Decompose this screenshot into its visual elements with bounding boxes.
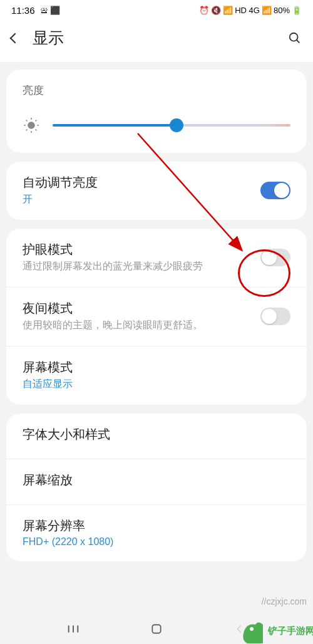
screen-mode-title: 屏幕模式 bbox=[23, 359, 290, 376]
eye-care-sub: 通过限制屏幕发出的蓝光量来减少眼疲劳 bbox=[23, 260, 260, 273]
status-mute-icon: 🔇 bbox=[211, 6, 221, 15]
svg-point-2 bbox=[28, 122, 35, 129]
auto-brightness-title: 自动调节亮度 bbox=[23, 174, 260, 191]
back-button[interactable] bbox=[11, 34, 19, 42]
auto-brightness-value: 开 bbox=[23, 193, 260, 206]
auto-brightness-toggle[interactable] bbox=[260, 182, 290, 199]
search-button[interactable] bbox=[288, 31, 302, 45]
nav-recent[interactable] bbox=[65, 621, 81, 637]
svg-line-8 bbox=[36, 130, 37, 131]
page-title: 显示 bbox=[33, 28, 64, 48]
eye-care-title: 护眼模式 bbox=[23, 241, 260, 258]
recent-apps-icon bbox=[66, 622, 80, 636]
night-mode-row[interactable]: 夜间模式 使用较暗的主题，晚上阅读眼睛更舒适。 bbox=[6, 287, 307, 346]
auto-brightness-row[interactable]: 自动调节亮度 开 bbox=[6, 162, 307, 220]
svg-line-1 bbox=[297, 39, 300, 43]
screen-mode-row[interactable]: 屏幕模式 自适应显示 bbox=[6, 346, 307, 405]
svg-line-7 bbox=[26, 120, 28, 122]
search-icon bbox=[288, 31, 302, 45]
status-alarm-icon: ⏰ bbox=[199, 6, 209, 15]
status-wifi-icon: 📶 bbox=[223, 6, 233, 15]
svg-line-9 bbox=[26, 130, 28, 131]
header: 显示 bbox=[0, 20, 313, 62]
status-signal-icon: 📶 bbox=[262, 6, 272, 15]
status-battery: 80% bbox=[274, 6, 290, 15]
home-icon bbox=[150, 623, 163, 635]
brightness-heading: 亮度 bbox=[6, 70, 307, 105]
eye-care-toggle[interactable] bbox=[260, 249, 290, 266]
nav-home[interactable] bbox=[148, 621, 165, 637]
status-bar: 11:36 🛎 ⬛ ⏰ 🔇 📶 HD 4G 📶 80% 🔋 bbox=[0, 0, 313, 20]
brightness-card: 亮度 bbox=[6, 70, 307, 153]
svg-rect-17 bbox=[152, 625, 160, 633]
logo-text: 铲子手游网 bbox=[267, 625, 313, 636]
toggle-thumb bbox=[274, 183, 289, 198]
font-size-title: 字体大小和样式 bbox=[23, 426, 290, 443]
svg-point-13 bbox=[250, 627, 254, 631]
display-modes-card: 护眼模式 通过限制屏幕发出的蓝光量来减少眼疲劳 夜间模式 使用较暗的主题，晚上阅… bbox=[6, 229, 307, 405]
brightness-icon bbox=[23, 117, 40, 134]
status-time: 11:36 bbox=[11, 5, 35, 16]
font-size-row[interactable]: 字体大小和样式 bbox=[6, 413, 307, 459]
svg-point-0 bbox=[290, 33, 298, 41]
screen-resolution-value: FHD+ (2220 x 1080) bbox=[23, 536, 290, 548]
screen-resolution-row[interactable]: 屏幕分辨率 FHD+ (2220 x 1080) bbox=[6, 504, 307, 561]
brightness-slider[interactable] bbox=[53, 123, 290, 128]
auto-brightness-card: 自动调节亮度 开 bbox=[6, 162, 307, 220]
screen-mode-value: 自适应显示 bbox=[23, 378, 290, 391]
slider-fill bbox=[53, 124, 177, 127]
status-battery-icon: 🔋 bbox=[292, 6, 302, 15]
night-mode-toggle[interactable] bbox=[260, 308, 290, 325]
screen-zoom-title: 屏幕缩放 bbox=[23, 472, 290, 489]
night-mode-sub: 使用较暗的主题，晚上阅读眼睛更舒适。 bbox=[23, 319, 260, 332]
status-signal-label: HD 4G bbox=[235, 6, 260, 15]
screen-zoom-row[interactable]: 屏幕缩放 bbox=[6, 459, 307, 504]
font-resolution-card: 字体大小和样式 屏幕缩放 屏幕分辨率 FHD+ (2220 x 1080) bbox=[6, 413, 307, 561]
svg-line-10 bbox=[36, 120, 37, 122]
night-mode-title: 夜间模式 bbox=[23, 300, 260, 317]
slider-thumb[interactable] bbox=[170, 118, 183, 132]
watermark: //czjxjc.com bbox=[262, 596, 307, 606]
chevron-left-icon bbox=[10, 33, 21, 43]
screen-resolution-title: 屏幕分辨率 bbox=[23, 517, 290, 534]
logo-badge: 铲子手游网 bbox=[238, 613, 313, 644]
toggle-thumb bbox=[262, 250, 277, 265]
toggle-thumb bbox=[262, 309, 277, 324]
status-notif-icons: 🛎 ⬛ bbox=[40, 6, 61, 15]
eye-care-row[interactable]: 护眼模式 通过限制屏幕发出的蓝光量来减少眼疲劳 bbox=[6, 229, 307, 287]
